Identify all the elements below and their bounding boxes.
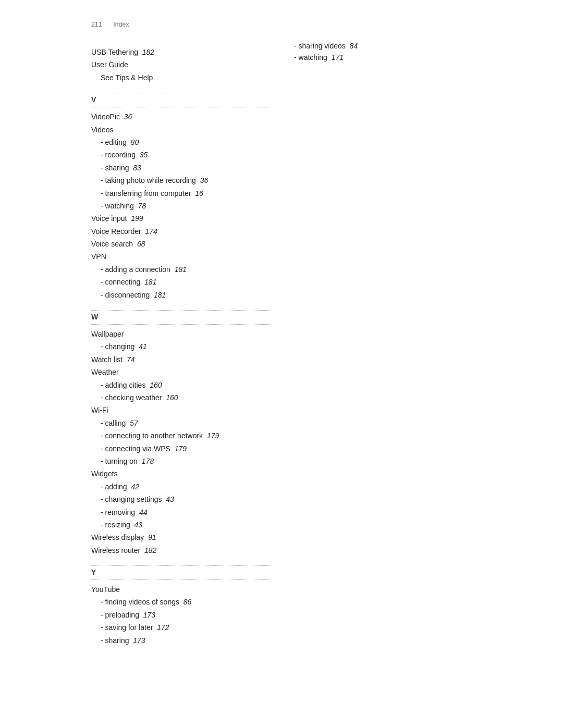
entry-num: 181: [154, 291, 166, 299]
list-item: Voice search 68: [91, 238, 271, 250]
entry-text: Weather: [91, 368, 119, 376]
list-item: - finding videos of songs 86: [91, 596, 271, 608]
entry-num: 36: [200, 176, 209, 184]
list-item: - resizing 43: [91, 519, 271, 530]
entry-text: Wi-Fi: [91, 406, 108, 414]
list-item: - disconnecting 181: [91, 289, 271, 301]
entry-num: 179: [207, 431, 219, 440]
list-item: - taking photo while recording 36: [91, 175, 271, 186]
entry-num: 80: [131, 138, 139, 146]
entry-text: Watch list 74: [91, 355, 135, 364]
list-item: Voice input 199: [91, 213, 271, 224]
entry-num: 173: [133, 636, 145, 645]
entry-text: Voice search 68: [91, 240, 145, 248]
list-item: - calling 57: [91, 417, 271, 429]
list-item: - adding cities 160: [91, 379, 271, 391]
list-item: - watching 171: [292, 52, 472, 63]
list-item: Wireless router 182: [91, 545, 271, 556]
section-divider-y: [91, 565, 271, 566]
list-item: - changing 41: [91, 341, 271, 352]
entry-text: - saving for later 172: [91, 623, 169, 632]
entry-num: 43: [166, 495, 174, 503]
entry-num: 43: [134, 521, 143, 529]
list-item: Wi-Fi: [91, 404, 271, 416]
entry-text: - calling 57: [91, 419, 138, 427]
entry-text: VideoPic 36: [91, 113, 132, 121]
entry-text: YouTube: [91, 585, 120, 594]
entry-text: - changing settings 43: [91, 495, 174, 503]
section-letter-w: W: [91, 313, 271, 321]
entry-num: 172: [157, 623, 169, 632]
entry-text: - transferring from computer 16: [91, 189, 203, 198]
entry-text: - disconnecting 181: [91, 291, 166, 299]
list-item: - turning on 178: [91, 455, 271, 467]
entry-text: - preloading 173: [91, 611, 155, 619]
list-item: YouTube: [91, 584, 271, 595]
list-item: - connecting 181: [91, 276, 271, 288]
entry-text: - connecting 181: [91, 278, 156, 286]
entry-num: 44: [139, 508, 148, 516]
list-item: - transferring from computer 16: [91, 188, 271, 199]
entry-text: Widgets: [91, 470, 118, 478]
section-divider-v: [91, 93, 271, 93]
list-item: Wallpaper: [91, 328, 271, 340]
entry-text: Wireless display 91: [91, 533, 156, 541]
list-item: Weather: [91, 366, 271, 378]
section-divider-v2: [91, 107, 271, 107]
entry-num: 42: [131, 483, 139, 491]
section-divider-y2: [91, 579, 271, 580]
list-item: VPN: [91, 251, 271, 262]
entry-text: - sharing 173: [91, 636, 145, 645]
entry-num: 84: [350, 42, 358, 50]
entry-text: USB Tethering 182: [91, 48, 154, 56]
entry-text: See Tips & Help: [91, 73, 153, 82]
left-column: 211 Index USB Tethering 182 User Guide S…: [91, 21, 271, 647]
list-item: Widgets: [91, 468, 271, 479]
entry-num: 16: [195, 189, 203, 198]
list-item: USB Tethering 182: [91, 46, 271, 58]
entry-num: 160: [166, 393, 178, 402]
entry-num: 68: [137, 240, 145, 248]
entry-num: 181: [144, 278, 156, 286]
list-item: Videos: [91, 124, 271, 135]
entry-text: - changing 41: [91, 342, 147, 351]
entry-num: 182: [144, 546, 156, 554]
entry-text: Voice input 199: [91, 214, 143, 223]
section-divider-w: [91, 310, 271, 311]
entry-text: - finding videos of songs 86: [91, 598, 191, 606]
entry-num: 173: [143, 611, 155, 619]
list-item: - connecting to another network 179: [91, 430, 271, 441]
section-title: Index: [113, 21, 129, 28]
list-item: - recording 35: [91, 149, 271, 161]
list-item: - saving for later 172: [91, 622, 271, 633]
entry-text: - connecting to another network 179: [91, 431, 219, 440]
section-divider-w2: [91, 324, 271, 325]
entry-num: 35: [140, 151, 148, 159]
list-item: - removing 44: [91, 507, 271, 518]
entry-num: 78: [138, 202, 146, 210]
page-header: 211 Index: [91, 21, 271, 28]
right-column: - sharing videos 84 - watching 171: [292, 21, 472, 647]
entry-num: 199: [131, 214, 143, 223]
list-item: VideoPic 36: [91, 111, 271, 122]
entry-num: 36: [124, 113, 132, 121]
entry-num: 181: [175, 265, 187, 274]
list-item: Watch list 74: [91, 354, 271, 365]
list-item: - watching 78: [91, 200, 271, 212]
entry-num: 91: [148, 533, 156, 541]
list-item: User Guide: [91, 59, 271, 70]
entry-text: - connecting via WPS 179: [91, 445, 187, 453]
list-item: - adding 42: [91, 481, 271, 492]
entry-text: VPN: [91, 252, 106, 261]
entry-text: - sharing 83: [91, 164, 141, 172]
entry-text: User Guide: [91, 60, 128, 69]
list-item: - adding a connection 181: [91, 264, 271, 275]
entry-text: - removing 44: [91, 508, 148, 516]
page-layout: 211 Index USB Tethering 182 User Guide S…: [91, 21, 472, 647]
list-item: - checking weather 160: [91, 392, 271, 403]
section-letter-v: V: [91, 95, 271, 104]
list-item: Wireless display 91: [91, 532, 271, 543]
entry-num: 178: [142, 457, 154, 465]
entry-text: Wireless router 182: [91, 546, 156, 554]
entry-text: - adding 42: [91, 483, 139, 491]
